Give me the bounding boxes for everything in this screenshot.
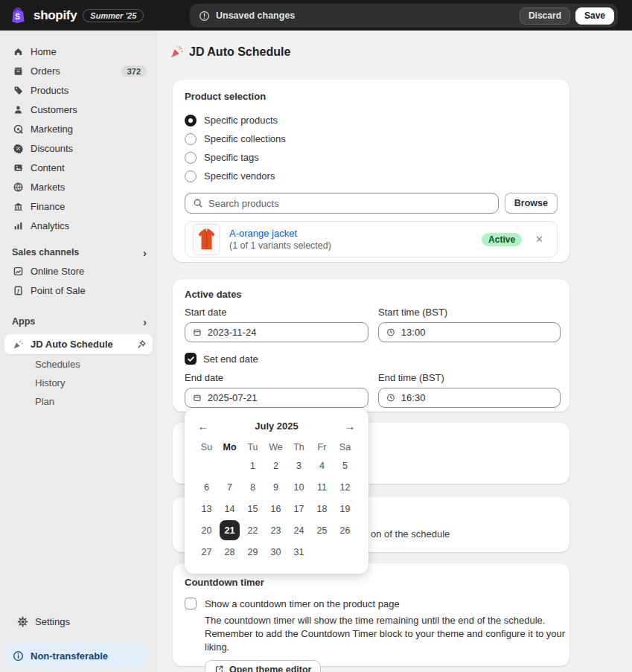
calendar-day[interactable]: 29 bbox=[241, 541, 264, 563]
radio-label: Specific vendors bbox=[204, 170, 275, 182]
shopify-logo-text: shopify bbox=[33, 8, 77, 23]
next-month-button[interactable]: → bbox=[342, 420, 358, 432]
search-icon bbox=[193, 198, 203, 208]
sales-channels-header[interactable]: Sales channels › bbox=[4, 244, 153, 260]
calendar-day[interactable]: 6 bbox=[195, 476, 218, 498]
calendar-day[interactable]: 24 bbox=[287, 519, 310, 541]
calendar-day[interactable]: 31 bbox=[287, 541, 310, 563]
sidebar-item-point-of-sale[interactable]: ƒ Point of Sale bbox=[4, 281, 153, 300]
sidebar-item-markets[interactable]: Markets bbox=[4, 178, 153, 196]
discard-button[interactable]: Discard bbox=[520, 7, 570, 25]
calendar-day[interactable]: 30 bbox=[264, 541, 287, 563]
calendar-day[interactable]: 12 bbox=[333, 476, 357, 498]
calendar-day[interactable]: 4 bbox=[310, 455, 333, 476]
calendar-empty-cell bbox=[195, 455, 218, 476]
radio-selected-icon bbox=[185, 115, 197, 127]
sidebar-item-marketing[interactable]: Marketing bbox=[4, 120, 153, 138]
calendar-day[interactable]: 22 bbox=[241, 519, 264, 541]
sidebar-item-home[interactable]: Home bbox=[4, 42, 153, 61]
sidebar-item-analytics[interactable]: Analytics bbox=[4, 217, 153, 235]
calendar-grid: 1234567891011121314151617181920212223242… bbox=[195, 455, 358, 563]
calendar-day[interactable]: 27 bbox=[195, 541, 218, 563]
end-date-field[interactable] bbox=[185, 388, 368, 408]
countdown-checkbox-row[interactable]: Show a countdown timer on the product pa… bbox=[185, 598, 558, 609]
calendar-day[interactable]: 2 bbox=[264, 455, 287, 476]
remove-product-icon[interactable]: ✕ bbox=[531, 231, 548, 248]
end-time-label: End time (BST) bbox=[378, 372, 561, 383]
calendar-day[interactable]: 25 bbox=[310, 519, 333, 541]
end-time-field[interactable] bbox=[378, 388, 561, 408]
calendar-day[interactable]: 18 bbox=[310, 498, 333, 519]
start-date-input[interactable] bbox=[208, 327, 360, 338]
sidebar-item-settings[interactable]: Settings bbox=[9, 612, 144, 631]
sidebar-item-jd-auto-schedule[interactable]: JD Auto Schedule bbox=[4, 334, 153, 354]
calendar-day[interactable]: 28 bbox=[218, 541, 241, 563]
end-date-input[interactable] bbox=[208, 392, 360, 403]
radio-specific-products[interactable]: Specific products bbox=[185, 111, 558, 129]
calendar-day[interactable]: 11 bbox=[310, 476, 333, 498]
calendar-day[interactable]: 20 bbox=[195, 519, 218, 541]
calendar-day[interactable]: 14 bbox=[218, 498, 241, 519]
end-time-input[interactable] bbox=[401, 392, 552, 403]
set-end-date-row[interactable]: Set end date bbox=[185, 352, 558, 365]
product-selection-radios: Specific products Specific collections S… bbox=[185, 111, 558, 185]
calendar-day[interactable]: 26 bbox=[333, 519, 357, 541]
radio-icon bbox=[185, 133, 197, 145]
calendar-day[interactable]: 8 bbox=[241, 476, 264, 498]
radio-specific-collections[interactable]: Specific collections bbox=[185, 129, 558, 148]
start-date-field[interactable] bbox=[185, 322, 368, 342]
apps-header[interactable]: Apps › bbox=[4, 313, 153, 330]
calendar-weekday: Th bbox=[293, 440, 304, 455]
sidebar-item-customers[interactable]: Customers bbox=[4, 100, 153, 119]
calendar-day[interactable]: 1 bbox=[241, 455, 264, 476]
calendar-day[interactable]: 5 bbox=[333, 455, 357, 476]
calendar-day[interactable]: 10 bbox=[287, 476, 310, 498]
sidebar-item-history[interactable]: History bbox=[4, 374, 153, 391]
product-name-link[interactable]: A-orange jacket bbox=[229, 228, 331, 240]
sidebar-item-products[interactable]: Products bbox=[4, 81, 153, 100]
previous-month-button[interactable]: ← bbox=[195, 420, 211, 432]
pin-icon[interactable] bbox=[136, 339, 147, 350]
sidebar-item-schedules[interactable]: Schedules bbox=[4, 355, 153, 373]
start-time-input[interactable] bbox=[401, 327, 552, 338]
sidebar-item-orders[interactable]: Orders 372 bbox=[4, 62, 153, 80]
non-transferable-label: Non-transferable bbox=[31, 650, 108, 662]
calendar-day[interactable]: 23 bbox=[264, 519, 287, 541]
search-products-input[interactable] bbox=[208, 198, 491, 209]
external-link-icon bbox=[214, 665, 224, 672]
calendar-day[interactable]: 13 bbox=[195, 498, 218, 519]
sidebar-item-plan[interactable]: Plan bbox=[4, 392, 153, 410]
chevron-right-icon: › bbox=[143, 247, 147, 258]
markets-icon bbox=[12, 182, 24, 193]
main-content: JD Auto Schedule Product selection Speci… bbox=[157, 31, 632, 672]
sidebar-item-online-store[interactable]: Online Store bbox=[4, 262, 153, 281]
calendar-day[interactable]: 9 bbox=[264, 476, 287, 498]
sidebar-item-discounts[interactable]: Discounts bbox=[4, 139, 153, 158]
calendar-day-selected[interactable]: 21 bbox=[218, 519, 241, 541]
calendar-day[interactable]: 16 bbox=[264, 498, 287, 519]
sidebar-item-label: JD Auto Schedule bbox=[31, 339, 113, 350]
radio-specific-vendors[interactable]: Specific vendors bbox=[185, 167, 558, 185]
calendar-day[interactable]: 3 bbox=[287, 455, 310, 476]
sidebar-item-label: Analytics bbox=[31, 220, 69, 231]
start-time-field[interactable] bbox=[378, 322, 561, 342]
shopify-logo[interactable]: S shopify Summer '25 bbox=[0, 6, 144, 25]
radio-icon bbox=[185, 152, 197, 164]
sidebar-item-label: Products bbox=[31, 85, 68, 96]
checkbox-unchecked-icon bbox=[185, 598, 197, 609]
radio-label: Specific products bbox=[204, 115, 278, 126]
open-theme-editor-button[interactable]: Open theme editor bbox=[205, 660, 321, 672]
sidebar-item-content[interactable]: Content bbox=[4, 159, 153, 177]
sidebar-item-label: Orders bbox=[31, 65, 60, 77]
svg-text:ƒ: ƒ bbox=[16, 288, 19, 294]
save-button[interactable]: Save bbox=[575, 7, 614, 25]
browse-button[interactable]: Browse bbox=[505, 193, 558, 214]
calendar-day[interactable]: 15 bbox=[241, 498, 264, 519]
calendar-day[interactable]: 17 bbox=[287, 498, 310, 519]
sidebar-item-finance[interactable]: Finance bbox=[4, 197, 153, 216]
product-search-box[interactable] bbox=[185, 193, 499, 214]
radio-specific-tags[interactable]: Specific tags bbox=[185, 148, 558, 167]
calendar-day[interactable]: 19 bbox=[333, 498, 357, 519]
orange-jacket-image bbox=[197, 227, 217, 252]
calendar-day[interactable]: 7 bbox=[218, 476, 241, 498]
